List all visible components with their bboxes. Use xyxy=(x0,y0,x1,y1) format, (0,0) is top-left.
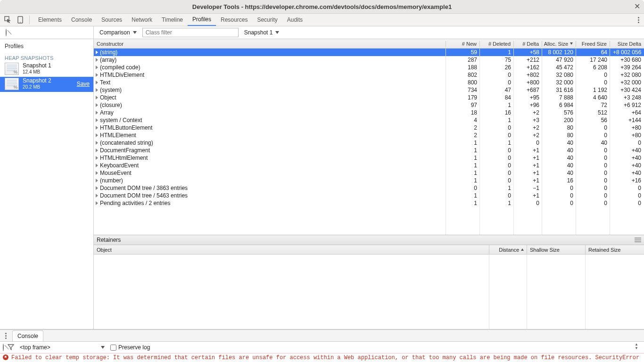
cell-delta: +802 xyxy=(514,71,542,79)
table-row[interactable]: Document DOM tree / 5463 entries10+1000 xyxy=(94,192,644,199)
table-row[interactable]: (system)73447+68731 6161 192+30 424 xyxy=(94,86,644,94)
cell-new: 179 xyxy=(446,94,480,101)
table-row[interactable]: system / Context41+320056+144 xyxy=(94,116,644,124)
col-delta[interactable]: # Delta xyxy=(514,41,542,47)
console-error-message[interactable]: Failed to clear temp storage: It was det… xyxy=(0,354,644,362)
retainers-menu-icon[interactable] xyxy=(635,238,641,242)
table-row[interactable]: Text8000+80032 0000+32 000 xyxy=(94,79,644,86)
table-row[interactable]: HTMLHtmlElement10+1400+40 xyxy=(94,154,644,162)
cell-deleted: 0 xyxy=(480,177,514,184)
device-mode-icon[interactable] xyxy=(15,15,25,25)
table-row[interactable]: HTMLDivElement8020+80232 0800+32 080 xyxy=(94,71,644,79)
col-alloc-size[interactable]: Alloc. Size xyxy=(542,41,576,47)
snapshot-name: Snapshot 1 xyxy=(23,63,51,69)
col-constructor[interactable]: Constructor xyxy=(94,41,446,47)
tab-timeline[interactable]: Timeline xyxy=(157,14,188,26)
table-row[interactable]: HTMLButtonElement20+2800+80 xyxy=(94,124,644,132)
table-row[interactable]: Array1816+2576512+64 xyxy=(94,109,644,116)
expand-icon[interactable] xyxy=(96,81,98,84)
col-new[interactable]: # New xyxy=(446,41,480,47)
col-freed-size[interactable]: Freed Size xyxy=(576,41,610,47)
expand-icon[interactable] xyxy=(96,133,98,137)
tab-profiles[interactable]: Profiles xyxy=(188,14,216,26)
table-row[interactable]: DocumentFragment10+1400+40 xyxy=(94,147,644,154)
table-row[interactable]: HTMLElement20+2800+80 xyxy=(94,132,644,139)
clear-icon[interactable] xyxy=(6,29,7,36)
expand-icon[interactable] xyxy=(96,73,98,77)
table-row[interactable]: (concatenated string)11040400 xyxy=(94,139,644,147)
col-deleted[interactable]: # Deleted xyxy=(480,41,514,47)
expand-icon[interactable] xyxy=(96,103,98,107)
table-row[interactable]: (closure)971+966 98472+6 912 xyxy=(94,101,644,109)
retainers-columns: Object Distance Shallow Size Retained Si… xyxy=(94,245,644,255)
expand-icon[interactable] xyxy=(96,88,98,92)
expand-icon[interactable] xyxy=(96,148,98,152)
expand-icon[interactable] xyxy=(96,179,98,182)
table-row[interactable]: Object17984+957 8884 640+3 248 xyxy=(94,94,644,101)
col-size-delta[interactable]: Size Delta xyxy=(610,41,644,47)
cell-sizedelta: +80 xyxy=(610,124,644,132)
cell-sizedelta: +8 002 056 xyxy=(610,49,644,56)
tab-elements[interactable]: Elements xyxy=(33,14,66,26)
table-row[interactable]: (string)591+588 002 12064+8 002 056 xyxy=(94,49,644,56)
cell-freed: 72 xyxy=(576,101,610,109)
table-row[interactable]: Pending activities / 2 entries110000 xyxy=(94,199,644,207)
cell-deleted: 0 xyxy=(480,124,514,132)
snapshot-item[interactable]: Snapshot 112.4 MB xyxy=(0,62,93,77)
expand-icon[interactable] xyxy=(96,201,98,205)
expand-icon[interactable] xyxy=(96,96,98,99)
cell-alloc: 31 616 xyxy=(542,86,576,94)
clear-console-icon[interactable] xyxy=(3,344,4,351)
expand-icon[interactable] xyxy=(96,171,98,175)
table-row[interactable]: (array)28775+21247 92017 240+30 680 xyxy=(94,56,644,64)
more-options-icon[interactable] xyxy=(636,17,641,23)
expand-icon[interactable] xyxy=(96,126,98,130)
expand-icon[interactable] xyxy=(96,118,98,122)
snapshot-item[interactable]: Snapshot 220.2 MBSave xyxy=(0,77,93,92)
expand-icon[interactable] xyxy=(96,50,98,54)
retainers-col-distance[interactable]: Distance xyxy=(489,245,527,254)
snapshot-save-link[interactable]: Save xyxy=(77,81,90,87)
view-mode-dropdown[interactable]: Comparison xyxy=(98,28,139,37)
drawer-options-icon[interactable] xyxy=(3,333,8,339)
resize-icon[interactable] xyxy=(635,345,639,350)
expand-icon[interactable] xyxy=(96,194,98,197)
expand-icon[interactable] xyxy=(96,164,98,167)
cell-deleted: 0 xyxy=(480,169,514,177)
execution-context-dropdown[interactable]: <top frame> xyxy=(18,343,107,352)
retainers-col-object[interactable]: Object xyxy=(94,245,489,254)
tab-sources[interactable]: Sources xyxy=(97,14,127,26)
table-row[interactable]: Document DOM tree / 3863 entries01−1000 xyxy=(94,184,644,192)
inspect-element-icon[interactable] xyxy=(3,15,13,25)
cell-alloc: 0 xyxy=(542,184,576,192)
expand-icon[interactable] xyxy=(96,156,98,160)
table-row[interactable]: MouseEvent10+1400+40 xyxy=(94,169,644,177)
tab-audits[interactable]: Audits xyxy=(282,14,307,26)
retainers-header[interactable]: Retainers xyxy=(94,235,644,245)
cell-deleted: 0 xyxy=(480,147,514,154)
expand-icon[interactable] xyxy=(96,141,98,145)
close-icon[interactable]: ✕ xyxy=(634,2,640,11)
base-snapshot-dropdown[interactable]: Snapshot 1 xyxy=(242,28,281,37)
retainers-col-retained[interactable]: Retained Size xyxy=(586,245,644,254)
table-row[interactable]: KeyboardEvent10+1400+40 xyxy=(94,162,644,169)
cell-delta: +162 xyxy=(514,64,542,71)
expand-icon[interactable] xyxy=(96,186,98,190)
tab-resources[interactable]: Resources xyxy=(216,14,252,26)
tab-console[interactable]: Console xyxy=(66,14,97,26)
tab-network[interactable]: Network xyxy=(127,14,157,26)
expand-icon[interactable] xyxy=(96,111,98,115)
tab-security[interactable]: Security xyxy=(252,14,282,26)
cell-deleted: 1 xyxy=(480,184,514,192)
expand-icon[interactable] xyxy=(96,58,98,62)
drawer-tab-console[interactable]: Console xyxy=(12,330,43,341)
cell-sizedelta: +39 264 xyxy=(610,64,644,71)
filter-icon[interactable] xyxy=(8,344,14,352)
retainers-col-shallow[interactable]: Shallow Size xyxy=(527,245,586,254)
expand-icon[interactable] xyxy=(96,66,98,69)
table-row[interactable]: (compiled code)18826+16245 4726 208+39 2… xyxy=(94,64,644,71)
table-row[interactable]: (number)10+1160+16 xyxy=(94,177,644,184)
cell-sizedelta: +80 xyxy=(610,132,644,139)
class-filter-input[interactable] xyxy=(142,28,239,37)
preserve-log-checkbox[interactable]: Preserve log xyxy=(110,344,150,351)
